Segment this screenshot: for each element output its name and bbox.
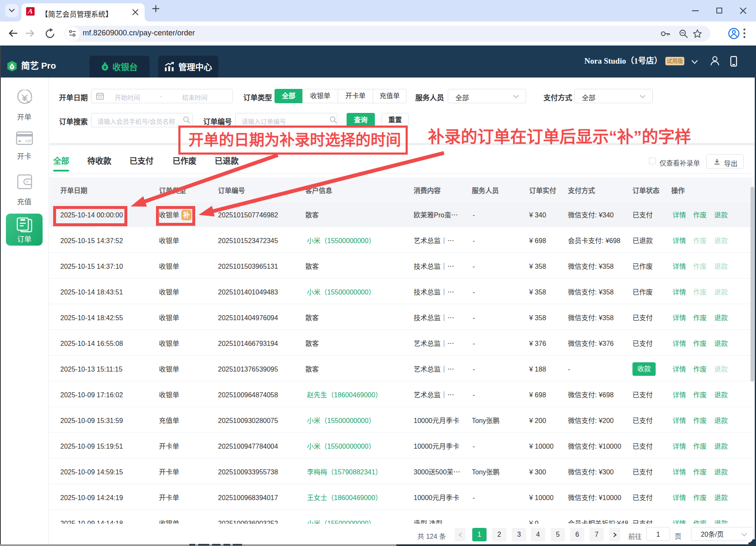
svg-text:VIP: VIP — [25, 139, 32, 143]
